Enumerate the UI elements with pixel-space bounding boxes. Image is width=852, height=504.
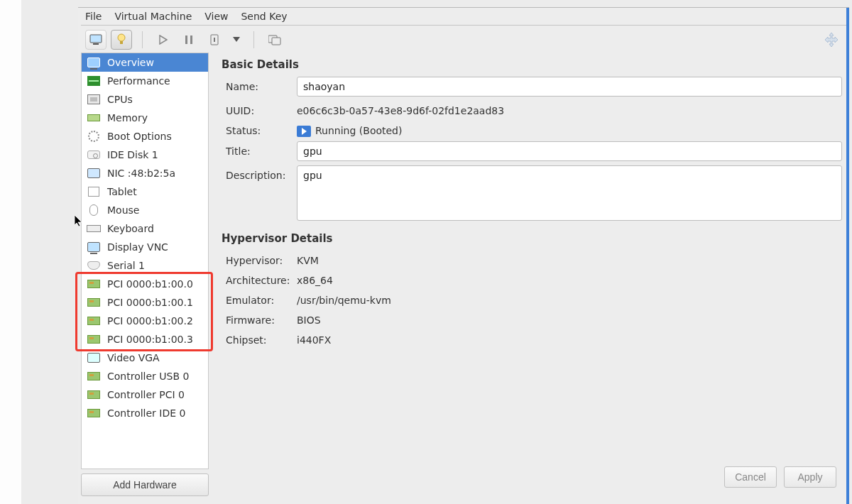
name-input[interactable] (297, 77, 842, 97)
tablet-icon (86, 185, 102, 198)
value-emulator: /usr/bin/qemu-kvm (297, 290, 842, 306)
pci-icon (86, 278, 102, 290)
hw-item-controller-pci-0[interactable]: Controller PCI 0 (82, 385, 208, 404)
toolbar (78, 27, 849, 53)
label-emulator: Emulator: (226, 290, 297, 306)
svg-rect-1 (93, 43, 99, 45)
label-name: Name: (226, 77, 297, 92)
svg-rect-8 (214, 38, 215, 42)
label-architecture: Architecture: (226, 270, 297, 286)
cancel-button[interactable]: Cancel (724, 466, 777, 488)
hw-item-boot-options[interactable]: Boot Options (82, 127, 208, 146)
hw-item-keyboard[interactable]: Keyboard (82, 219, 208, 238)
kbd-icon (86, 222, 102, 235)
hw-item-label: Controller USB 0 (107, 371, 189, 382)
hw-item-label: Video VGA (107, 352, 160, 363)
svg-rect-11 (272, 38, 280, 45)
value-chipset: i440FX (297, 330, 842, 346)
hw-item-controller-ide-0[interactable]: Controller IDE 0 (82, 404, 208, 422)
hw-item-label: NIC :48:b2:5a (107, 168, 175, 179)
mouse-icon (86, 204, 102, 217)
serial-icon (86, 259, 102, 272)
run-button[interactable] (153, 30, 174, 50)
svg-rect-5 (185, 35, 187, 44)
details-view-button[interactable] (111, 30, 132, 50)
perf-icon (86, 75, 102, 87)
hw-item-pci-0000-b1-00-0[interactable]: PCI 0000:b1:00.0 (82, 275, 208, 293)
console-view-button[interactable] (85, 30, 106, 50)
label-chipset: Chipset: (226, 330, 297, 346)
monitor-icon (86, 241, 102, 253)
monitor-icon (86, 56, 102, 69)
hw-item-tablet[interactable]: Tablet (82, 182, 208, 201)
detail-pane: Basic Details Name: UUID: e06c6c3b-0a57-… (209, 53, 846, 496)
footer-buttons: Cancel Apply (222, 462, 842, 492)
pause-button[interactable] (178, 30, 200, 50)
hw-item-cpus[interactable]: CPUs (82, 90, 208, 109)
svg-marker-4 (160, 35, 167, 44)
menubar: File Virtual Machine View Send Key (78, 8, 849, 25)
hw-item-label: PCI 0000:b1:00.1 (107, 297, 193, 308)
hw-item-display-vnc[interactable]: Display VNC (82, 238, 208, 256)
hw-item-label: Keyboard (107, 223, 154, 234)
pci-icon (86, 388, 102, 401)
menu-view[interactable]: View (204, 11, 228, 22)
apply-button[interactable]: Apply (784, 466, 836, 488)
ram-icon (86, 111, 102, 124)
section-basic-details: Basic Details (222, 58, 842, 71)
running-icon (297, 126, 311, 137)
page-left-edge (0, 0, 21, 504)
label-description: Description: (226, 165, 297, 181)
hw-item-pci-0000-b1-00-3[interactable]: PCI 0000:b1:00.3 (82, 330, 208, 349)
label-title: Title: (226, 141, 297, 157)
cursor-icon (74, 214, 84, 230)
hw-item-controller-usb-0[interactable]: Controller USB 0 (82, 367, 208, 385)
value-firmware: BIOS (297, 310, 842, 326)
hw-item-serial-1[interactable]: Serial 1 (82, 256, 208, 275)
menu-file[interactable]: File (85, 11, 102, 22)
hw-item-video-vga[interactable]: Video VGA (82, 349, 208, 367)
hw-item-label: Overview (107, 57, 154, 68)
nic-icon (86, 167, 102, 180)
section-hypervisor-details: Hypervisor Details (222, 232, 842, 245)
hw-item-label: Display VNC (107, 241, 168, 253)
add-hardware-button[interactable]: Add Hardware (81, 473, 209, 496)
value-uuid: e06c6c3b-0a57-43e8-9d6f-02fd1e2aad83 (297, 101, 842, 116)
fullscreen-button[interactable] (821, 30, 842, 50)
snapshots-button[interactable] (264, 30, 285, 50)
hardware-list[interactable]: OverviewPerformanceCPUsMemoryBoot Option… (81, 53, 209, 469)
toolbar-separator-2 (253, 31, 254, 48)
hw-item-label: Controller PCI 0 (107, 389, 185, 400)
hw-item-overview[interactable]: Overview (82, 53, 208, 72)
hw-item-label: CPUs (107, 94, 133, 105)
title-input[interactable] (297, 141, 842, 161)
hw-item-pci-0000-b1-00-2[interactable]: PCI 0000:b1:00.2 (82, 312, 208, 330)
hw-item-performance[interactable]: Performance (82, 72, 208, 90)
hw-item-label: PCI 0000:b1:00.0 (107, 278, 193, 290)
hw-item-nic-48-b2-5a[interactable]: NIC :48:b2:5a (82, 164, 208, 182)
menu-send-key[interactable]: Send Key (241, 11, 287, 22)
hw-item-pci-0000-b1-00-1[interactable]: PCI 0000:b1:00.1 (82, 293, 208, 312)
pci-icon (86, 407, 102, 420)
hw-item-mouse[interactable]: Mouse (82, 201, 208, 219)
gear-icon (86, 130, 102, 143)
hw-item-label: IDE Disk 1 (107, 149, 158, 160)
value-architecture: x86_64 (297, 270, 842, 286)
value-hypervisor: KVM (297, 251, 842, 266)
label-firmware: Firmware: (226, 310, 297, 326)
hw-item-label: Performance (107, 75, 170, 87)
hw-item-label: Controller IDE 0 (107, 407, 185, 419)
svg-rect-6 (190, 35, 192, 44)
svg-point-2 (118, 34, 125, 41)
svg-rect-3 (120, 41, 123, 44)
hw-item-ide-disk-1[interactable]: IDE Disk 1 (82, 146, 208, 164)
label-hypervisor: Hypervisor: (226, 251, 297, 266)
menubar-separator (81, 25, 846, 26)
shutdown-button[interactable] (204, 30, 225, 50)
disk-icon (86, 148, 102, 161)
shutdown-menu-button[interactable] (229, 30, 244, 50)
menu-virtual-machine[interactable]: Virtual Machine (114, 11, 192, 22)
hw-item-memory[interactable]: Memory (82, 109, 208, 127)
description-input[interactable] (297, 165, 842, 221)
body: OverviewPerformanceCPUsMemoryBoot Option… (78, 53, 849, 499)
